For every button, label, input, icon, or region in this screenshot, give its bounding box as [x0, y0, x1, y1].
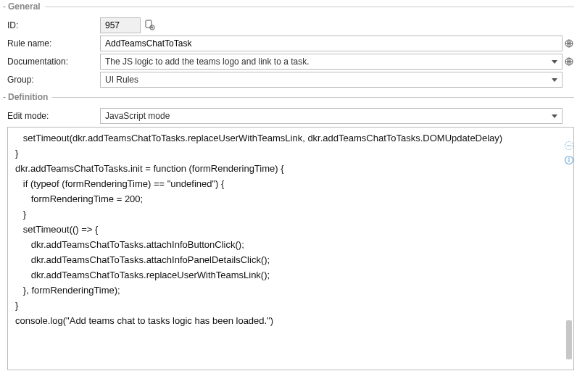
svg-rect-0: [146, 20, 151, 28]
group-field[interactable]: UI Rules: [100, 72, 563, 88]
group-value: UI Rules: [105, 75, 138, 85]
documentation-value: The JS logic to add the teams logo and l…: [105, 57, 310, 67]
legend-definition-label: Definition: [8, 92, 48, 102]
legend-general: - General: [3, 1, 574, 12]
id-label: ID:: [7, 20, 100, 30]
svg-point-7: [570, 145, 572, 146]
section-definition: - Definition Edit mode: JavaScript mode …: [3, 92, 574, 370]
edit-mode-value: JavaScript mode: [105, 111, 170, 121]
svg-point-9: [568, 157, 570, 159]
documentation-field[interactable]: The JS logic to add the teams logo and l…: [100, 54, 563, 70]
more-icon[interactable]: [564, 141, 574, 151]
code-editor[interactable]: setTimeout(dkr.addTeamsChatToTasks.repla…: [7, 127, 574, 370]
scrollbar-thumb[interactable]: [566, 320, 572, 359]
language-icon[interactable]: [565, 39, 573, 48]
legend-definition: - Definition: [3, 92, 574, 102]
copy-id-icon[interactable]: [144, 19, 157, 32]
legend-general-label: General: [8, 1, 41, 12]
svg-point-6: [568, 145, 570, 146]
info-icon[interactable]: [564, 155, 574, 165]
rule-name-label: Rule name:: [7, 38, 100, 49]
language-icon[interactable]: [565, 57, 573, 66]
id-field: [100, 17, 141, 33]
editor-side-toolbar: [564, 141, 574, 165]
edit-mode-label: Edit mode:: [7, 111, 100, 121]
svg-point-5: [567, 145, 568, 146]
edit-mode-field[interactable]: JavaScript mode: [100, 108, 563, 124]
code-content[interactable]: setTimeout(dkr.addTeamsChatToTasks.repla…: [8, 128, 573, 331]
section-general: - General ID: Rule name:: [3, 1, 574, 88]
rule-name-field[interactable]: [100, 36, 563, 51]
group-label: Group:: [7, 75, 100, 85]
documentation-label: Documentation:: [7, 57, 100, 67]
